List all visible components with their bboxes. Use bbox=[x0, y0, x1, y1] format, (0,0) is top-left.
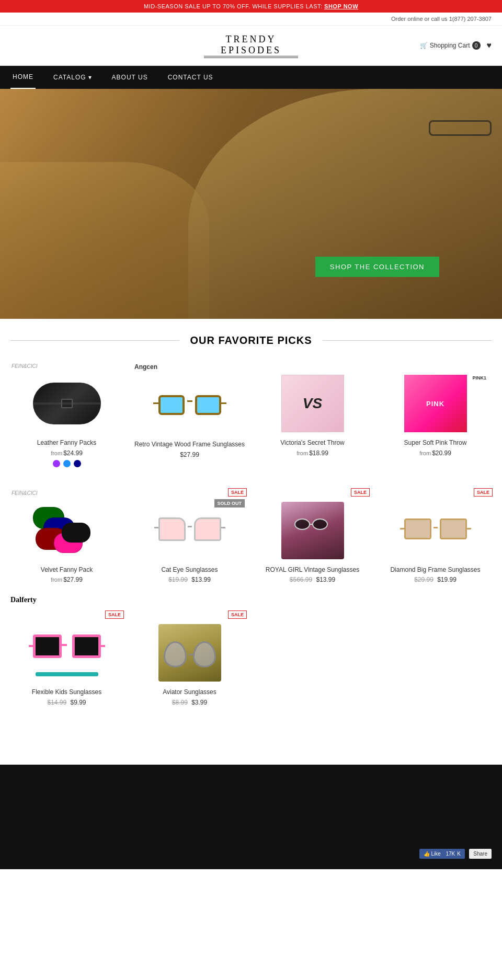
product-brand: FEIN&CICI bbox=[12, 490, 122, 496]
sale-banner: MID-SEASON SALE UP TO 70% OFF. WHILE SUP… bbox=[0, 0, 502, 13]
hero-section: SHOP THE COLLECTION bbox=[0, 89, 502, 319]
catalog-dropdown-icon: ▾ bbox=[88, 74, 92, 81]
cart-count: 0 bbox=[472, 41, 481, 50]
product-image-wrap bbox=[257, 499, 368, 562]
product-name: Cat Eye Sunglasses bbox=[134, 566, 245, 574]
fb-count: 17K bbox=[446, 851, 455, 857]
products-row-3: SALE Flexible Kids Sunglasses $14.99 $9.… bbox=[0, 606, 502, 712]
nav-contact[interactable]: CONTACT US bbox=[166, 66, 215, 88]
header: TRENDY EPISODES 🛒 Shopping Cart 0 ♥ bbox=[0, 26, 502, 66]
product-velvet-fanny[interactable]: FEIN&CICI Velvet Fanny Pack from$27.99 bbox=[5, 484, 128, 590]
price-prefix: from bbox=[51, 450, 62, 456]
sale-badge: SALE bbox=[228, 488, 247, 497]
logo[interactable]: TRENDY EPISODES bbox=[171, 33, 332, 58]
navigation: HOME CATALOG ▾ ABOUT US CONTACT US bbox=[0, 66, 502, 89]
product-cat-eye[interactable]: SALE SOLD OUT Cat Eye Sunglasses $19.99 … bbox=[128, 484, 251, 590]
product-price: $27.99 bbox=[134, 451, 245, 458]
product-image-wrap bbox=[134, 621, 245, 684]
product-brand: FEIN&CICI bbox=[12, 363, 122, 369]
nav-about[interactable]: ABOUT US bbox=[110, 66, 150, 88]
product-brand: Angcen bbox=[134, 363, 245, 371]
original-price: $14.99 bbox=[47, 699, 66, 706]
product-diamond-sunglass[interactable]: SALE Diamond Big Frame Sunglasses $29.99… bbox=[374, 484, 497, 590]
empty-col-3 bbox=[251, 606, 374, 712]
kids-glasses-image bbox=[33, 629, 101, 676]
sale-banner-text: MID-SEASON SALE UP TO 70% OFF. WHILE SUP… bbox=[144, 3, 323, 9]
spacer bbox=[0, 712, 502, 744]
cart-icon: 🛒 bbox=[420, 42, 428, 49]
product-name: Retro Vintage Wood Frame Sunglasses bbox=[134, 441, 245, 449]
pink-logo: PINK bbox=[426, 400, 444, 408]
product-name: Victoria's Secret Throw bbox=[257, 439, 368, 447]
product-price: $19.99 $13.99 bbox=[134, 576, 245, 583]
original-price: $19.99 bbox=[168, 576, 188, 583]
dalferty-brand: Dalferty bbox=[5, 596, 37, 604]
shop-now-link[interactable]: SHOP NOW bbox=[324, 3, 358, 9]
color-dot-blue[interactable] bbox=[63, 460, 71, 467]
product-leather-fanny[interactable]: FEIN&CICI Leather Fanny Packs from$24.99 bbox=[5, 357, 128, 474]
product-kids-glasses[interactable]: SALE Flexible Kids Sunglasses $14.99 $9.… bbox=[5, 606, 128, 712]
product-aviator[interactable]: SALE Aviator Sunglasses $8.99 $3.99 bbox=[128, 606, 251, 712]
sale-badge: SALE bbox=[474, 488, 493, 497]
product-name: Super Soft Pink Throw bbox=[380, 439, 490, 447]
color-dot-purple[interactable] bbox=[53, 460, 60, 467]
nav-home[interactable]: HOME bbox=[10, 66, 36, 89]
product-brand bbox=[380, 363, 490, 369]
product-price: $29.99 $19.99 bbox=[380, 576, 490, 583]
fb-widget: 👍 Like 17KK Share bbox=[419, 848, 492, 859]
color-dot-navy[interactable] bbox=[74, 460, 81, 467]
price-prefix: from bbox=[296, 450, 308, 456]
product-name: Diamond Big Frame Sunglasses bbox=[380, 566, 490, 574]
product-pink-throw[interactable]: PINK PINK1 Super Soft Pink Throw from$20… bbox=[374, 357, 497, 474]
product-name: Velvet Fanny Pack bbox=[12, 566, 122, 574]
product-price: from$24.99 bbox=[12, 449, 122, 457]
heading-divider-right bbox=[323, 340, 492, 341]
logo-underline bbox=[204, 57, 298, 58]
product-name: Leather Fanny Packs bbox=[12, 439, 122, 447]
sale-badge: SALE bbox=[351, 488, 370, 497]
product-image-wrap: SOLD OUT bbox=[134, 499, 245, 562]
product-name: Flexible Kids Sunglasses bbox=[12, 688, 122, 697]
product-price: from$27.99 bbox=[12, 576, 122, 583]
product-price: $566.99 $13.99 bbox=[257, 576, 368, 583]
cart[interactable]: 🛒 Shopping Cart 0 bbox=[420, 41, 481, 50]
cart-label: Shopping Cart bbox=[430, 42, 470, 49]
product-price: $8.99 $3.99 bbox=[134, 699, 245, 706]
sale-price: $9.99 bbox=[71, 699, 86, 706]
product-price: $14.99 $9.99 bbox=[12, 699, 122, 706]
section-heading: OUR FAVORITE PICKS bbox=[10, 335, 492, 347]
product-image-wrap bbox=[134, 374, 245, 436]
cat-eye-image bbox=[158, 513, 221, 547]
product-image-wrap: VS bbox=[257, 372, 368, 435]
order-bar-text: Order online or call us 1(877) 207-3807 bbox=[391, 16, 492, 22]
footer: 👍 Like 17KK Share bbox=[0, 765, 502, 869]
products-row-1: FEIN&CICI Leather Fanny Packs from$24.99… bbox=[0, 357, 502, 474]
original-price: $566.99 bbox=[290, 576, 312, 583]
order-bar: Order online or call us 1(877) 207-3807 bbox=[0, 13, 502, 26]
product-image-wrap bbox=[12, 372, 122, 435]
aviator-image bbox=[158, 624, 221, 682]
product-royal-girl[interactable]: SALE ROYAL GIRL Vintage Sunglasses $566.… bbox=[251, 484, 374, 590]
row3-brand-area: Dalferty bbox=[0, 590, 502, 604]
product-vs-throw[interactable]: VS Victoria's Secret Throw from$18.99 bbox=[251, 357, 374, 474]
heading-divider-left bbox=[10, 340, 179, 341]
product-wood-glasses[interactable]: Angcen Retro Vintage Wood Frame Sunglass… bbox=[128, 357, 251, 474]
fb-like-button[interactable]: 👍 Like 17KK bbox=[419, 849, 465, 859]
product-image-wrap bbox=[12, 621, 122, 684]
color-swatches bbox=[12, 460, 122, 467]
sold-out-badge: SOLD OUT bbox=[214, 499, 245, 508]
fb-share-button[interactable]: Share bbox=[469, 849, 492, 859]
sale-price: $3.99 bbox=[191, 699, 207, 706]
velvet-packs-image bbox=[33, 502, 101, 559]
sale-price: $13.99 bbox=[191, 576, 211, 583]
nav-catalog[interactable]: CATALOG ▾ bbox=[51, 66, 94, 88]
original-price: $29.99 bbox=[414, 576, 433, 583]
hero-content: SHOP THE COLLECTION bbox=[315, 241, 502, 319]
vs-logo: VS bbox=[303, 395, 322, 412]
shop-collection-button[interactable]: SHOP THE COLLECTION bbox=[315, 257, 439, 277]
product-name: ROYAL GIRL Vintage Sunglasses bbox=[257, 566, 368, 574]
sale-badge: SALE bbox=[105, 610, 124, 619]
empty-col-4 bbox=[374, 606, 497, 712]
price-prefix: from bbox=[419, 450, 431, 456]
wishlist-icon[interactable]: ♥ bbox=[487, 41, 492, 50]
